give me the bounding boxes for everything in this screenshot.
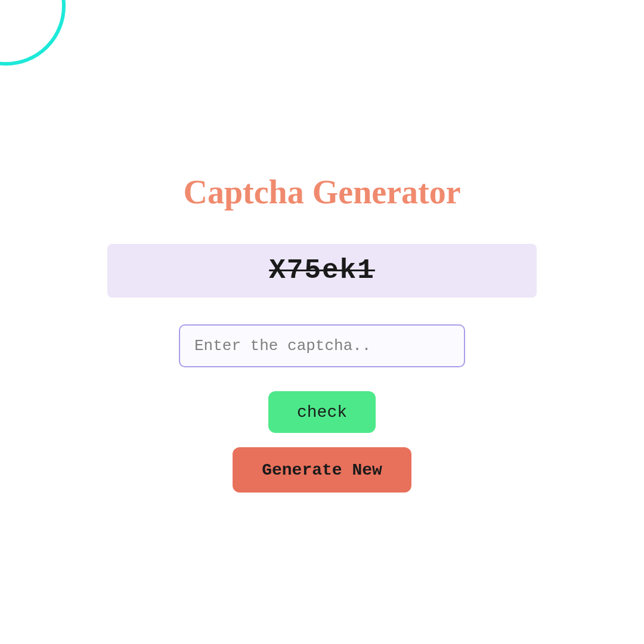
captcha-display-box: X75ek1 [107, 244, 537, 298]
check-button[interactable]: check [268, 391, 376, 433]
generate-button[interactable]: Generate New [233, 447, 411, 493]
page-title: Captcha Generator [183, 173, 460, 211]
main-container: Captcha Generator X75ek1 check Generate … [0, 0, 644, 493]
captcha-input[interactable] [179, 324, 465, 367]
captcha-code: X75ek1 [269, 255, 375, 286]
